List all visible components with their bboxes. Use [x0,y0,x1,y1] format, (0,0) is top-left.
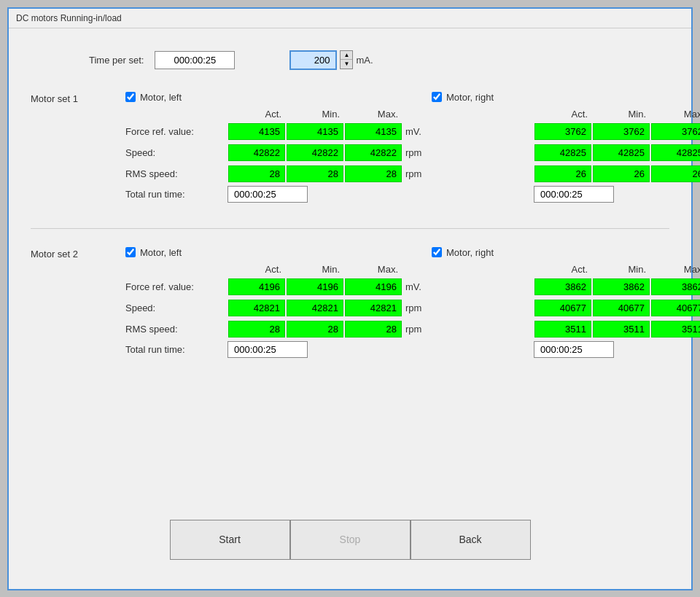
runtime-input-2l[interactable] [228,341,308,358]
ma-input-group: ▲ ▼ mA. [289,50,373,70]
rms-act-2r: 3511 [534,321,591,337]
force-ref-act-1l: 4135 [228,123,285,140]
time-per-set-input[interactable] [155,51,235,69]
speed-max-1l: 42822 [345,144,402,161]
force-ref-label-1l: Force ref. value: [125,126,228,137]
speed-min-2r: 40677 [593,300,650,316]
force-ref-row-2l: Force ref. value: 4196 4196 4196 mV. [125,278,432,296]
rms-min-1r: 26 [593,165,650,182]
motor-set-2-right-checkbox[interactable] [432,247,442,257]
force-ref-max-2l: 4196 [345,278,402,295]
motor-set-2-right: Motor, right Act. Min. Max. 3862 3862 38… [432,247,700,358]
runtime-label-1l: Total run time: [125,189,228,200]
top-settings-row: Time per set: ▲ ▼ mA. [31,43,669,85]
rms-max-1l: 28 [345,165,402,182]
force-ref-act-2l: 4196 [228,278,285,295]
speed-row-2l: Speed: 42821 42821 42821 rpm [125,299,432,317]
speed-min-1l: 42822 [287,144,343,161]
motor-set-2-left: Motor, left Act. Min. Max. Force ref. va… [125,247,432,358]
ma-value-input[interactable] [289,50,337,70]
motor-set-1-left-label: Motor, left [140,92,182,103]
motor-set-1-right-checkbox[interactable] [432,92,442,102]
time-per-set-label: Time per set: [89,55,144,66]
rms-row-2r: 3511 3511 3511 rpm [432,320,700,338]
speed-label-2l: Speed: [125,303,228,313]
start-button[interactable]: Start [170,520,290,560]
speed-act-1r: 42825 [534,144,591,161]
force-ref-min-2r: 3862 [593,278,650,295]
motor-set-2-right-label: Motor, right [446,247,494,258]
content-area: Time per set: ▲ ▼ mA. Motor set 1 Moto [9,28,691,589]
stop-button[interactable]: Stop [290,520,411,560]
force-ref-row-2r: 3862 3862 3862 mV. [432,278,700,296]
speed-unit-2l: rpm [402,303,432,313]
speed-min-1r: 42825 [593,144,650,161]
speed-label-1l: Speed: [125,147,228,158]
window-title: DC motors Running-in/load [16,13,122,23]
runtime-input-2r[interactable] [534,341,614,358]
rms-row-2l: RMS speed: 28 28 28 rpm [125,320,432,338]
motor-set-1-left: Motor, left Act. Min. Max. Force ref. va… [125,92,432,203]
main-window: DC motors Running-in/load Time per set: … [7,7,693,590]
rms-unit-1l: rpm [402,168,432,179]
col-header-min-1r: Min. [592,109,650,120]
speed-max-1r: 42825 [651,144,700,161]
force-ref-max-2r: 3862 [651,278,700,295]
section-divider [31,228,669,229]
rms-row-1r: 26 26 26 rpm [432,165,700,183]
rms-min-1l: 28 [287,165,343,182]
col-header-min-2l: Min. [286,264,344,275]
col-header-act-2l: Act. [228,264,286,275]
rms-act-1r: 26 [534,165,591,182]
rms-max-1r: 26 [651,165,700,182]
runtime-row-1l: Total run time: [125,186,432,203]
motor-set-2-title: Motor set 2 [31,247,125,260]
force-ref-min-2l: 4196 [287,278,343,295]
col-header-max-2r: Max. [650,264,700,275]
runtime-input-1l[interactable] [228,186,308,203]
col-header-min-2r: Min. [592,264,650,275]
runtime-row-2r [432,341,700,358]
rms-label-2l: RMS speed: [125,324,228,335]
motor-set-2-left-col-headers: Act. Min. Max. [125,264,432,275]
speed-max-2r: 40677 [651,300,700,316]
rms-max-2l: 28 [345,321,402,337]
col-header-act-2r: Act. [534,264,592,275]
speed-row-2r: 40677 40677 40677 rpm [432,299,700,317]
motor-set-2-right-col-headers: Act. Min. Max. [432,264,700,275]
force-ref-act-1r: 3762 [534,123,591,140]
runtime-input-1r[interactable] [534,186,614,203]
col-header-min-1l: Min. [286,109,344,120]
speed-unit-1l: rpm [402,147,432,158]
speed-act-1l: 42822 [228,144,285,161]
runtime-row-2l: Total run time: [125,341,432,358]
motor-set-2-left-checkbox[interactable] [125,247,136,257]
rms-label-1l: RMS speed: [125,168,228,179]
back-button[interactable]: Back [411,520,531,560]
ma-spinner-down[interactable]: ▼ [341,60,352,69]
motor-set-2-right-header: Motor, right [432,247,700,258]
force-ref-label-2l: Force ref. value: [125,281,228,292]
motor-set-2-left-header: Motor, left [125,247,432,258]
force-ref-max-1r: 3762 [651,123,700,140]
motor-set-1-right-col-headers: Act. Min. Max. [432,109,700,120]
speed-act-2l: 42821 [228,300,285,316]
force-ref-max-1l: 4135 [345,123,402,140]
motor-set-1-right-header: Motor, right [432,92,700,103]
speed-row-1r: 42825 42825 42825 rpm [432,144,700,162]
ma-unit-label: mA. [356,55,373,66]
force-ref-row-1l: Force ref. value: 4135 4135 4135 mV. [125,122,432,141]
bottom-buttons: Start Stop Back [31,509,669,574]
runtime-label-2l: Total run time: [125,344,228,355]
motor-set-1-row: Motor set 1 Motor, left Act. Min. Max. [31,92,669,203]
motor-set-1-left-checkbox[interactable] [125,92,136,102]
motor-set-2-row: Motor set 2 Motor, left Act. Min. Max. F [31,247,669,358]
col-header-max-1l: Max. [344,109,402,120]
motor-set-2-section: Motor set 2 Motor, left Act. Min. Max. F [31,247,669,358]
speed-max-2l: 42821 [345,300,402,316]
speed-min-2l: 42821 [287,300,343,316]
runtime-row-1r [432,186,700,203]
force-ref-unit-2l: mV. [402,281,432,292]
col-header-max-2l: Max. [344,264,402,275]
ma-spinner-up[interactable]: ▲ [341,51,352,60]
